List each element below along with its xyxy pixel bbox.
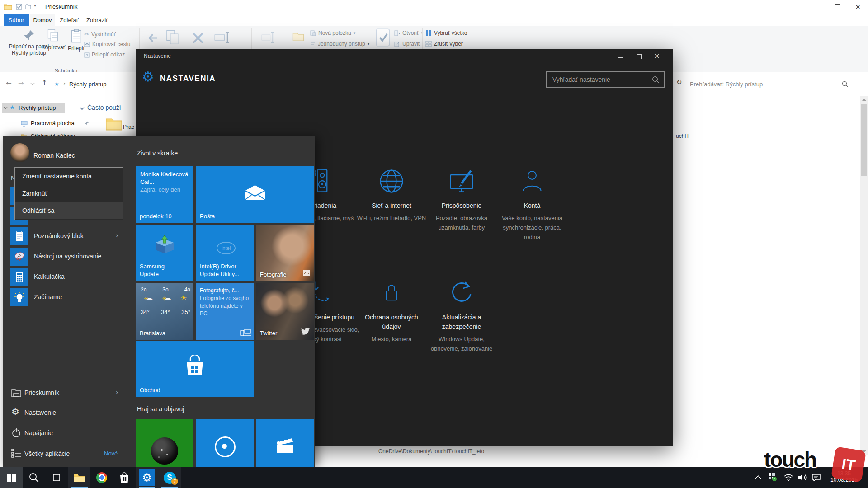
app-item-notepad[interactable]: Poznámkový blok <box>34 232 84 239</box>
explorer-titlebar: ▾ Prieskumník × <box>0 0 868 14</box>
qat-customize-icon[interactable]: ▾ <box>34 3 36 8</box>
new-folder-icon[interactable] <box>292 31 305 43</box>
notepad-submenu-icon[interactable]: › <box>116 232 118 239</box>
explorer-search-input[interactable] <box>686 78 854 90</box>
tab-zobrazit[interactable]: Zobraziť <box>83 14 111 26</box>
tile-twitter[interactable]: Twitter <box>256 283 314 340</box>
tile-game-green[interactable] <box>136 419 193 467</box>
taskbar-search-button[interactable] <box>23 467 45 488</box>
app-item-snipping-tool[interactable]: Nástroj na vystrihovanie <box>34 253 101 260</box>
settings-maximize-button[interactable] <box>632 54 646 61</box>
nav-expand-icon[interactable] <box>4 106 8 110</box>
paste-shortcut-button[interactable]: Prilepiť odkaz <box>84 52 125 58</box>
rename-icon[interactable] <box>214 31 231 44</box>
back-icon[interactable]: ← <box>6 79 12 87</box>
tile-mail[interactable]: Pošta <box>196 166 314 223</box>
settings-search-input[interactable] <box>546 71 665 88</box>
select-all-button[interactable]: Vybrať všetko <box>425 30 467 36</box>
settings-close-button[interactable]: × <box>650 52 664 60</box>
tab-zdielat[interactable]: Zdieľať <box>56 14 82 26</box>
settings-category-update[interactable]: Aktualizácia a zabezpečenie Windows Upda… <box>416 277 507 353</box>
copy-to-icon[interactable] <box>165 30 180 45</box>
up-icon[interactable]: ↑ <box>42 79 47 87</box>
tile-photos[interactable]: Fotografie <box>256 225 314 281</box>
delete-icon[interactable]: × <box>190 27 206 48</box>
settings-category-accounts[interactable]: Kontá Vaše konto, nastavenia synchronizá… <box>487 165 577 242</box>
taskbar-store-button[interactable] <box>113 467 136 488</box>
start-item-power[interactable]: Napájanie <box>24 429 53 436</box>
content-folder-label[interactable]: Prac <box>123 124 134 130</box>
tile-samsung-update[interactable]: Samsung Update <box>136 225 193 281</box>
cut-button[interactable]: ✂ Vystrihnúť <box>84 31 116 38</box>
task-view-button[interactable] <box>45 467 68 488</box>
copy-path-button[interactable]: Kopírovať cestu <box>84 41 131 47</box>
menu-item-sign-out[interactable]: Odhlásiť sa <box>15 202 123 219</box>
calculator-tile-icon[interactable] <box>10 268 28 286</box>
explorer-search-icon[interactable] <box>842 81 849 88</box>
select-none-button[interactable]: Zrušiť výber <box>425 41 463 47</box>
move-to-icon[interactable] <box>144 31 158 45</box>
start-button[interactable] <box>0 467 23 488</box>
account-flyout: Zmeniť nastavenie konta Zamknúť Odhlásiť… <box>14 167 123 220</box>
start-item-settings[interactable]: Nastavenie <box>24 409 56 416</box>
tile-film[interactable] <box>256 419 314 467</box>
new-item-button[interactable]: Nová položka ▾ <box>310 30 355 36</box>
settings-minimize-button[interactable] <box>614 52 627 59</box>
qat-properties-icon[interactable] <box>16 4 22 10</box>
lightbulb-icon <box>14 292 24 303</box>
paste-shortcut-icon <box>84 52 90 58</box>
ribbon-tool-icon[interactable] <box>261 30 275 45</box>
tile-intel[interactable]: intel Intel(R) Driver Update Utility... <box>196 225 254 281</box>
refresh-icon[interactable]: ↻ <box>676 78 682 86</box>
taskbar-chrome-button[interactable] <box>90 467 113 488</box>
start-item-explorer[interactable]: Prieskumník <box>24 389 59 396</box>
breadcrumb-chevron-icon[interactable]: › <box>63 80 66 87</box>
explorer-maximize-button[interactable] <box>827 0 848 14</box>
easy-access-button[interactable]: Jednoduchý prístup ▾ <box>310 41 369 47</box>
tile-photos-promo[interactable]: Fotografujte, č... Fotografie zo svojho … <box>196 283 254 340</box>
start-user-name[interactable]: Roman Kadlec <box>33 152 75 159</box>
content-folder-icon[interactable] <box>105 117 123 131</box>
taskbar-skype-button[interactable]: S 7 <box>158 467 181 488</box>
tile-calendar[interactable]: Monika Kadlecová Gal... Zajtra, celý deň… <box>136 166 193 223</box>
tile-weather[interactable]: 2o 3o 4o ☀☁ ☀☁ ☀ 34° 34° 35° Bratislava <box>136 283 193 340</box>
app-item-get-started[interactable]: Začíname <box>34 293 62 300</box>
getstarted-tile-icon[interactable] <box>10 288 28 306</box>
explorer-submenu-icon[interactable]: › <box>116 389 118 396</box>
section-collapse-icon[interactable] <box>80 107 85 110</box>
content-scrollbar[interactable] <box>860 96 868 455</box>
calendar-event-time: Zajtra, celý deň <box>140 186 180 193</box>
snipping-tile-icon[interactable] <box>10 248 28 266</box>
menu-item-change-account[interactable]: Zmeniť nastavenie konta <box>15 168 123 185</box>
properties-check-icon[interactable] <box>375 28 391 47</box>
copy-button[interactable]: Kopírovať <box>41 29 66 51</box>
tab-domov[interactable]: Domov <box>30 14 55 26</box>
explorer-close-button[interactable]: × <box>848 0 868 14</box>
sidebar-item-quick-access[interactable]: Rýchly prístup <box>19 104 56 111</box>
sidebar-item-desktop[interactable]: Pracovná plocha <box>31 120 75 127</box>
open-button[interactable]: Otvoriť ▾ <box>394 30 423 36</box>
start-item-all-apps[interactable]: Všetky aplikácie <box>24 450 70 457</box>
tile-store[interactable]: Obchod <box>136 341 254 397</box>
content-section-header[interactable]: Často použí <box>87 104 121 111</box>
scroll-thumb[interactable] <box>861 104 867 176</box>
sunny-icon: ☀ <box>180 293 187 302</box>
tile-music[interactable] <box>196 419 254 467</box>
content-partial-folder-right[interactable]: uchIT <box>676 133 689 139</box>
taskbar-explorer-button[interactable] <box>68 467 90 488</box>
avatar[interactable] <box>10 143 29 162</box>
settings-search-icon[interactable] <box>652 76 660 84</box>
notepad-tile-icon[interactable] <box>10 227 28 245</box>
taskbar-settings-button[interactable]: ⚙ <box>136 467 158 488</box>
explorer-minimize-button[interactable] <box>807 0 827 14</box>
menu-item-lock[interactable]: Zamknúť <box>15 185 123 202</box>
scroll-up-icon[interactable] <box>862 98 866 101</box>
breadcrumb[interactable]: Rýchly prístup <box>69 81 106 88</box>
qat-newfolder-icon[interactable] <box>25 4 31 9</box>
recent-locations-icon[interactable] <box>30 83 35 86</box>
tab-subor[interactable]: Súbor <box>4 14 29 26</box>
app-item-calculator[interactable]: Kalkulačka <box>34 273 65 280</box>
edit-button[interactable]: Upraviť <box>394 41 420 47</box>
edit-label: Upraviť <box>402 41 420 47</box>
forward-icon[interactable]: → <box>18 79 24 87</box>
